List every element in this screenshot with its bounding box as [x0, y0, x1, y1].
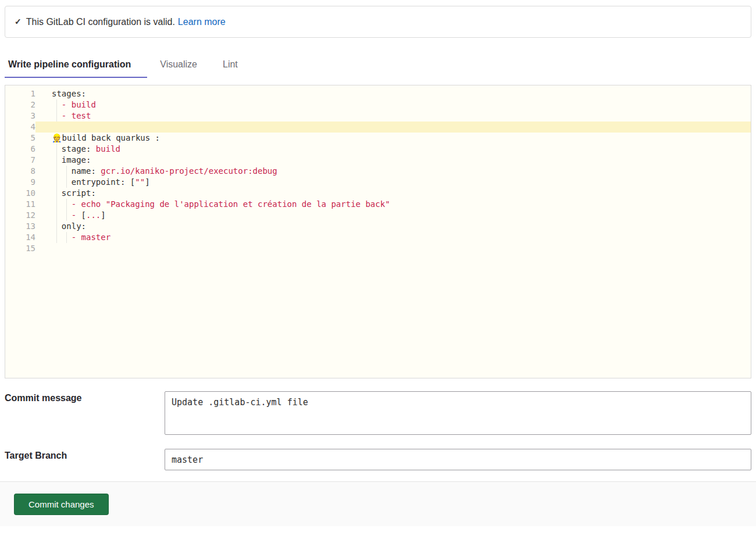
- learn-more-link[interactable]: Learn more: [178, 16, 226, 27]
- line-number: 4: [5, 122, 35, 133]
- indent-guide: [56, 221, 57, 232]
- line-number: 14: [5, 232, 35, 243]
- line-content: - echo "Packaging de l'application et cr…: [35, 199, 751, 210]
- indent-guide: [56, 155, 57, 166]
- line-number: 7: [5, 155, 35, 166]
- code-token: gcr.io/kaniko-project/executor:debug: [101, 166, 277, 176]
- line-number: 1: [5, 88, 35, 99]
- code-token: stages:: [52, 89, 86, 98]
- line-number: 5: [5, 133, 35, 144]
- indent-guide: [66, 199, 67, 210]
- indent-guide: [56, 166, 57, 177]
- code-token: stage:: [52, 144, 96, 153]
- indent-guide: [56, 199, 57, 210]
- code-line-9[interactable]: 9 entrypoint: [""]: [5, 177, 751, 188]
- line-number: 13: [5, 221, 35, 232]
- code-token: [52, 210, 72, 220]
- code-line-14[interactable]: 14 - master: [5, 232, 751, 243]
- indent-guide: [66, 177, 67, 188]
- validation-banner: ✓ This GitLab CI configuration is valid.…: [5, 6, 751, 38]
- indent-guide: [56, 232, 57, 243]
- code-token: - master: [72, 233, 110, 242]
- target-branch-input[interactable]: [165, 449, 751, 470]
- line-number: 15: [5, 243, 35, 254]
- commit-message-label: Commit message: [5, 391, 165, 403]
- target-branch-label: Target Branch: [5, 449, 165, 461]
- ci-editor[interactable]: 1stages:2 - build3 - test45👷build back q…: [5, 85, 751, 378]
- indent-guide: [56, 99, 57, 110]
- job-emoji: 👷: [52, 133, 62, 142]
- line-number: 6: [5, 144, 35, 155]
- code-token: ]: [101, 210, 105, 220]
- code-line-2[interactable]: 2 - build: [5, 99, 751, 110]
- line-content: script:: [35, 188, 751, 199]
- indent-guide: [56, 188, 57, 199]
- code-token: ...: [86, 210, 101, 220]
- commit-footer: Commit changes: [0, 481, 756, 526]
- code-line-10[interactable]: 10 script:: [5, 188, 751, 199]
- line-number: 2: [5, 99, 35, 110]
- code-token: name:: [52, 166, 101, 176]
- line-content: [35, 243, 751, 254]
- code-line-15[interactable]: 15: [5, 243, 751, 254]
- code-line-3[interactable]: 3 - test: [5, 110, 751, 122]
- line-content: name: gcr.io/kaniko-project/executor:deb…: [35, 166, 751, 177]
- banner-message: This GitLab CI configuration is valid.: [26, 16, 175, 27]
- line-content: stage: build: [35, 144, 751, 155]
- code-line-6[interactable]: 6 stage: build: [5, 144, 751, 155]
- code-line-12[interactable]: 12 - [...]: [5, 210, 751, 221]
- line-number: 12: [5, 210, 35, 221]
- code-token: build: [96, 144, 120, 153]
- code-line-11[interactable]: 11 - echo "Packaging de l'application et…: [5, 199, 751, 210]
- indent-guide: [66, 232, 67, 243]
- commit-changes-button[interactable]: Commit changes: [14, 494, 109, 515]
- tab-lint[interactable]: Lint: [210, 54, 251, 78]
- indent-guide: [56, 177, 57, 188]
- indent-guide: [56, 210, 57, 221]
- commit-message-row: Commit message Update .gitlab-ci.yml fil…: [5, 391, 751, 435]
- indent-guide: [66, 166, 67, 177]
- tab-visualize[interactable]: Visualize: [147, 54, 210, 78]
- indent-guide: [56, 110, 57, 122]
- line-number: 8: [5, 166, 35, 177]
- indent-guide: [56, 144, 57, 155]
- code-line-7[interactable]: 7 image:: [5, 155, 751, 166]
- code-line-13[interactable]: 13 only:: [5, 221, 751, 232]
- code-line-1[interactable]: 1stages:: [5, 88, 751, 99]
- code-token: [52, 233, 72, 242]
- line-content: - build: [35, 99, 751, 110]
- line-number: 9: [5, 177, 35, 188]
- code-token: [52, 199, 72, 209]
- line-number: 3: [5, 110, 35, 122]
- line-content: only:: [35, 221, 751, 232]
- active-line-content: [35, 122, 751, 133]
- code-token: [: [81, 210, 86, 220]
- code-token: build back quarkus :: [62, 133, 160, 142]
- line-content: - [...]: [35, 210, 751, 221]
- code-line-4[interactable]: 4: [5, 122, 751, 133]
- line-number: 11: [5, 199, 35, 210]
- code-line-8[interactable]: 8 name: gcr.io/kaniko-project/executor:d…: [5, 166, 751, 177]
- indent-guide: [66, 210, 67, 221]
- code-token: entrypoint: [: [52, 177, 135, 187]
- code-token: - test: [62, 111, 91, 120]
- target-branch-row: Target Branch: [5, 449, 751, 470]
- line-content: - test: [35, 110, 751, 122]
- commit-message-input[interactable]: Update .gitlab-ci.yml file: [165, 391, 751, 435]
- code-token: "": [135, 177, 145, 187]
- line-content: - master: [35, 232, 751, 243]
- tab-write-pipeline-configuration[interactable]: Write pipeline configuration: [5, 54, 147, 78]
- line-content: 👷build back quarkus :: [35, 133, 751, 144]
- line-content: stages:: [35, 88, 751, 99]
- code-token: -: [72, 210, 81, 220]
- line-number: 10: [5, 188, 35, 199]
- code-token: - build: [62, 100, 96, 109]
- code-token: script:: [52, 188, 96, 198]
- code-line-5[interactable]: 5👷build back quarkus :: [5, 133, 751, 144]
- code-token: image:: [52, 155, 91, 165]
- code-token: - echo "Packaging de l'application et cr…: [72, 199, 390, 209]
- check-icon: ✓: [15, 16, 22, 27]
- tab-bar: Write pipeline configuration Visualize L…: [5, 54, 751, 78]
- code-token: ]: [145, 177, 149, 187]
- line-content: entrypoint: [""]: [35, 177, 751, 188]
